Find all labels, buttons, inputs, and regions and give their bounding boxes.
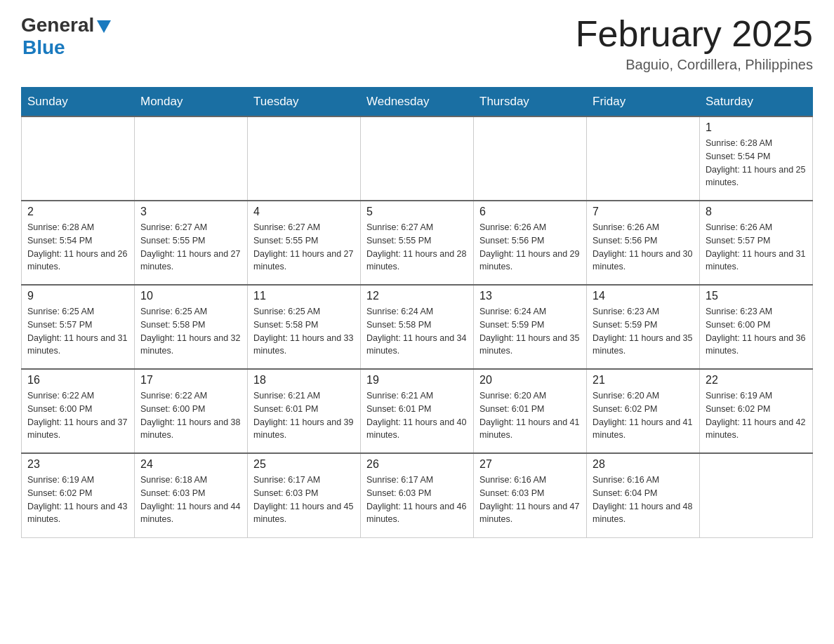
col-tuesday: Tuesday [248,88,361,117]
calendar-cell: 1Sunrise: 6:28 AM Sunset: 5:54 PM Daylig… [700,116,813,201]
month-title: February 2025 [576,14,813,54]
day-number: 24 [140,458,241,471]
week-row-3: 9Sunrise: 6:25 AM Sunset: 5:57 PM Daylig… [22,285,813,369]
day-number: 11 [253,290,355,302]
day-number: 19 [366,374,468,387]
col-thursday: Thursday [474,88,587,117]
calendar-cell: 3Sunrise: 6:27 AM Sunset: 5:55 PM Daylig… [135,201,248,285]
day-number: 4 [253,206,355,218]
day-info: Sunrise: 6:23 AM Sunset: 6:00 PM Dayligh… [706,305,807,358]
calendar-cell [22,116,135,201]
day-info: Sunrise: 6:21 AM Sunset: 6:01 PM Dayligh… [366,389,468,442]
day-info: Sunrise: 6:27 AM Sunset: 5:55 PM Dayligh… [140,221,241,274]
calendar-cell: 25Sunrise: 6:17 AM Sunset: 6:03 PM Dayli… [248,453,361,537]
day-info: Sunrise: 6:18 AM Sunset: 6:03 PM Dayligh… [140,474,241,526]
day-info: Sunrise: 6:22 AM Sunset: 6:00 PM Dayligh… [140,389,241,442]
day-number: 1 [706,121,807,134]
week-row-4: 16Sunrise: 6:22 AM Sunset: 6:00 PM Dayli… [22,369,813,453]
calendar-cell: 13Sunrise: 6:24 AM Sunset: 5:59 PM Dayli… [474,285,587,369]
day-number: 25 [253,458,355,471]
calendar-cell: 19Sunrise: 6:21 AM Sunset: 6:01 PM Dayli… [361,369,474,453]
title-section: February 2025 Baguio, Cordillera, Philip… [576,14,813,73]
calendar-cell: 11Sunrise: 6:25 AM Sunset: 5:58 PM Dayli… [248,285,361,369]
calendar-cell [135,116,248,201]
location-subtitle: Baguio, Cordillera, Philippines [576,57,813,73]
day-number: 20 [479,374,581,387]
day-info: Sunrise: 6:26 AM Sunset: 5:56 PM Dayligh… [593,221,694,274]
col-monday: Monday [135,88,248,117]
calendar-cell [587,116,700,201]
calendar-cell: 21Sunrise: 6:20 AM Sunset: 6:02 PM Dayli… [587,369,700,453]
logo-general-text: General [21,14,94,36]
day-number: 28 [593,458,694,471]
calendar-cell: 8Sunrise: 6:26 AM Sunset: 5:57 PM Daylig… [700,201,813,285]
week-row-5: 23Sunrise: 6:19 AM Sunset: 6:02 PM Dayli… [22,453,813,537]
calendar-cell [361,116,474,201]
day-info: Sunrise: 6:28 AM Sunset: 5:54 PM Dayligh… [706,137,807,189]
day-number: 5 [366,206,468,218]
day-number: 12 [366,290,468,302]
day-number: 17 [140,374,241,387]
calendar-cell [474,116,587,201]
calendar-cell: 27Sunrise: 6:16 AM Sunset: 6:03 PM Dayli… [474,453,587,537]
col-friday: Friday [587,88,700,117]
day-info: Sunrise: 6:23 AM Sunset: 5:59 PM Dayligh… [593,305,694,358]
day-number: 2 [27,206,128,218]
day-number: 23 [27,458,128,471]
calendar-cell: 6Sunrise: 6:26 AM Sunset: 5:56 PM Daylig… [474,201,587,285]
day-number: 18 [253,374,355,387]
calendar-cell: 4Sunrise: 6:27 AM Sunset: 5:55 PM Daylig… [248,201,361,285]
calendar-cell: 20Sunrise: 6:20 AM Sunset: 6:01 PM Dayli… [474,369,587,453]
day-number: 15 [706,290,807,302]
calendar-cell: 12Sunrise: 6:24 AM Sunset: 5:58 PM Dayli… [361,285,474,369]
day-info: Sunrise: 6:19 AM Sunset: 6:02 PM Dayligh… [27,474,128,526]
logo: General Blue [21,14,111,59]
calendar-cell: 16Sunrise: 6:22 AM Sunset: 6:00 PM Dayli… [22,369,135,453]
calendar-cell: 14Sunrise: 6:23 AM Sunset: 5:59 PM Dayli… [587,285,700,369]
calendar-cell: 7Sunrise: 6:26 AM Sunset: 5:56 PM Daylig… [587,201,700,285]
day-number: 10 [140,290,241,302]
day-info: Sunrise: 6:26 AM Sunset: 5:56 PM Dayligh… [479,221,581,274]
day-number: 3 [140,206,241,218]
day-info: Sunrise: 6:21 AM Sunset: 6:01 PM Dayligh… [253,389,355,442]
calendar-cell: 10Sunrise: 6:25 AM Sunset: 5:58 PM Dayli… [135,285,248,369]
day-info: Sunrise: 6:26 AM Sunset: 5:57 PM Dayligh… [706,221,807,274]
day-info: Sunrise: 6:24 AM Sunset: 5:59 PM Dayligh… [479,305,581,358]
day-info: Sunrise: 6:24 AM Sunset: 5:58 PM Dayligh… [366,305,468,358]
day-number: 27 [479,458,581,471]
page-header: General Blue February 2025 Baguio, Cordi… [21,14,813,73]
col-saturday: Saturday [700,88,813,117]
day-info: Sunrise: 6:20 AM Sunset: 6:01 PM Dayligh… [479,389,581,442]
day-info: Sunrise: 6:19 AM Sunset: 6:02 PM Dayligh… [706,389,807,442]
calendar-cell: 28Sunrise: 6:16 AM Sunset: 6:04 PM Dayli… [587,453,700,537]
day-info: Sunrise: 6:16 AM Sunset: 6:04 PM Dayligh… [593,474,694,526]
calendar-cell: 23Sunrise: 6:19 AM Sunset: 6:02 PM Dayli… [22,453,135,537]
day-number: 14 [593,290,694,302]
day-info: Sunrise: 6:20 AM Sunset: 6:02 PM Dayligh… [593,389,694,442]
day-info: Sunrise: 6:28 AM Sunset: 5:54 PM Dayligh… [27,221,128,274]
day-info: Sunrise: 6:25 AM Sunset: 5:57 PM Dayligh… [27,305,128,358]
calendar-table: Sunday Monday Tuesday Wednesday Thursday… [21,87,813,538]
day-number: 7 [593,206,694,218]
day-number: 8 [706,206,807,218]
calendar-cell: 24Sunrise: 6:18 AM Sunset: 6:03 PM Dayli… [135,453,248,537]
day-info: Sunrise: 6:27 AM Sunset: 5:55 PM Dayligh… [366,221,468,274]
day-number: 26 [366,458,468,471]
week-row-2: 2Sunrise: 6:28 AM Sunset: 5:54 PM Daylig… [22,201,813,285]
day-number: 13 [479,290,581,302]
day-number: 22 [706,374,807,387]
calendar-cell: 15Sunrise: 6:23 AM Sunset: 6:00 PM Dayli… [700,285,813,369]
calendar-cell: 9Sunrise: 6:25 AM Sunset: 5:57 PM Daylig… [22,285,135,369]
day-number: 6 [479,206,581,218]
day-info: Sunrise: 6:25 AM Sunset: 5:58 PM Dayligh… [140,305,241,358]
day-info: Sunrise: 6:17 AM Sunset: 6:03 PM Dayligh… [366,474,468,526]
logo-triangle-icon [97,20,111,34]
day-info: Sunrise: 6:16 AM Sunset: 6:03 PM Dayligh… [479,474,581,526]
day-number: 16 [27,374,128,387]
day-number: 9 [27,290,128,302]
day-info: Sunrise: 6:27 AM Sunset: 5:55 PM Dayligh… [253,221,355,274]
day-info: Sunrise: 6:17 AM Sunset: 6:03 PM Dayligh… [253,474,355,526]
logo-blue-text: Blue [22,36,65,58]
day-info: Sunrise: 6:22 AM Sunset: 6:00 PM Dayligh… [27,389,128,442]
calendar-cell: 17Sunrise: 6:22 AM Sunset: 6:00 PM Dayli… [135,369,248,453]
